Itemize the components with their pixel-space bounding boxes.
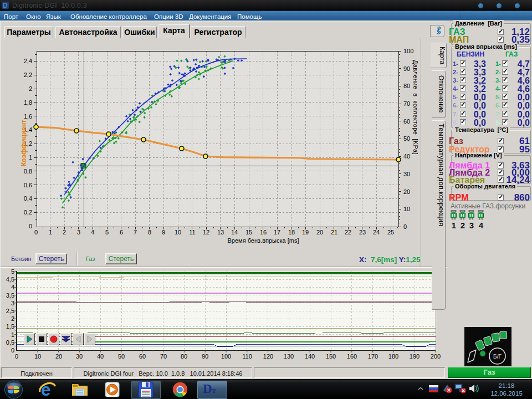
svg-text:20: 20 — [55, 353, 62, 360]
svg-text:5: 5 — [11, 268, 14, 275]
svg-text:1,5: 1,5 — [6, 323, 14, 330]
svg-text:110: 110 — [242, 353, 252, 360]
svg-text:80: 80 — [181, 353, 187, 360]
svg-text:160: 160 — [347, 353, 357, 360]
svg-text:4,5: 4,5 — [6, 276, 14, 283]
svg-text:30: 30 — [76, 353, 83, 360]
svg-text:40: 40 — [97, 353, 104, 360]
svg-text:120: 120 — [263, 353, 273, 360]
svg-text:170: 170 — [368, 353, 378, 360]
svg-text:10: 10 — [34, 353, 41, 360]
svg-text:190: 190 — [410, 353, 420, 360]
svg-text:50: 50 — [118, 353, 125, 360]
svg-text:140: 140 — [305, 353, 315, 360]
svg-text:3,5: 3,5 — [6, 292, 14, 299]
svg-text:100: 100 — [221, 353, 231, 360]
svg-text:Б/Г: Б/Г — [493, 354, 502, 360]
svg-text:90: 90 — [202, 353, 208, 360]
svg-text:70: 70 — [160, 353, 167, 360]
svg-text:1: 1 — [11, 331, 14, 338]
svg-text:0: 0 — [11, 347, 14, 354]
svg-text:2,5: 2,5 — [6, 308, 14, 314]
svg-text:60: 60 — [139, 353, 146, 360]
svg-text:130: 130 — [284, 353, 294, 360]
svg-text:4: 4 — [11, 284, 14, 290]
svg-text:3: 3 — [11, 300, 14, 306]
svg-text:2: 2 — [11, 315, 14, 322]
svg-text:180: 180 — [388, 353, 398, 360]
svg-text:0,5: 0,5 — [6, 339, 14, 346]
svg-text:150: 150 — [326, 353, 336, 360]
svg-text:0: 0 — [15, 353, 18, 360]
